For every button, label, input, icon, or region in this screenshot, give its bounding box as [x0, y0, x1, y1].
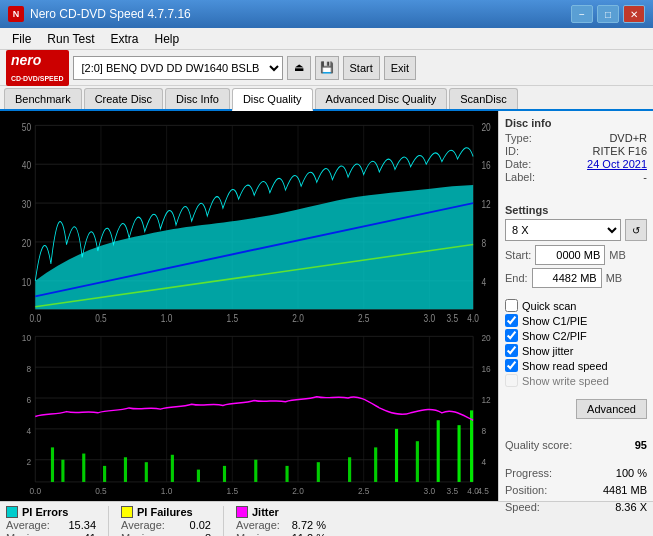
jitter-label: Jitter	[252, 506, 279, 518]
advanced-button[interactable]: Advanced	[576, 399, 647, 419]
start-input[interactable]	[535, 245, 605, 265]
menu-help[interactable]: Help	[147, 30, 188, 48]
title-bar-text: Nero CD-DVD Speed 4.7.7.16	[30, 7, 191, 21]
checkbox-c1pie[interactable]: Show C1/PIE	[505, 314, 647, 327]
svg-rect-60	[254, 460, 257, 482]
c2pif-checkbox[interactable]	[505, 329, 518, 342]
chart-area: 50 40 30 20 10 20 16 12 8 4 0.0 0.5 1.0 …	[0, 111, 498, 501]
svg-rect-65	[395, 429, 398, 482]
checkbox-quick-scan[interactable]: Quick scan	[505, 299, 647, 312]
svg-text:2.5: 2.5	[358, 312, 370, 322]
svg-text:8: 8	[481, 425, 486, 436]
jitter-max-label: Maximum:	[236, 532, 287, 536]
svg-rect-53	[82, 454, 85, 482]
settings-title: Settings	[505, 204, 647, 216]
disc-type-label: Type:	[505, 132, 532, 144]
jitter-checkbox[interactable]	[505, 344, 518, 357]
menu-file[interactable]: File	[4, 30, 39, 48]
svg-text:50: 50	[22, 121, 31, 133]
disc-id-row: ID: RITEK F16	[505, 145, 647, 157]
svg-text:0.5: 0.5	[95, 312, 107, 322]
eject-icon[interactable]: ⏏	[287, 56, 311, 80]
svg-text:16: 16	[481, 159, 490, 171]
svg-rect-66	[416, 441, 419, 482]
end-input[interactable]	[532, 268, 602, 288]
jitter-avg-label: Average:	[236, 519, 280, 531]
write-speed-checkbox	[505, 374, 518, 387]
pi-errors-max-value: 41	[84, 532, 96, 536]
svg-text:10: 10	[22, 333, 31, 344]
exit-button[interactable]: Exit	[384, 56, 416, 80]
c1pie-checkbox[interactable]	[505, 314, 518, 327]
right-panel: Disc info Type: DVD+R ID: RITEK F16 Date…	[498, 111, 653, 501]
app-icon: N	[8, 6, 24, 22]
start-button[interactable]: Start	[343, 56, 380, 80]
svg-text:2.0: 2.0	[292, 312, 304, 322]
pi-errors-color	[6, 506, 18, 518]
checkbox-c2pif[interactable]: Show C2/PIF	[505, 329, 647, 342]
svg-rect-68	[458, 425, 461, 482]
position-value: 4481 MB	[603, 484, 647, 496]
tab-disc-quality[interactable]: Disc Quality	[232, 88, 313, 111]
svg-rect-64	[374, 448, 377, 483]
main-content: 50 40 30 20 10 20 16 12 8 4 0.0 0.5 1.0 …	[0, 111, 653, 501]
drive-select[interactable]: [2:0] BENQ DVD DD DW1640 BSLB	[73, 56, 283, 80]
svg-text:12: 12	[481, 395, 490, 406]
upper-chart: 50 40 30 20 10 20 16 12 8 4 0.0 0.5 1.0 …	[4, 115, 494, 322]
svg-text:40: 40	[22, 159, 31, 171]
disc-label-row: Label: -	[505, 171, 647, 183]
minimize-button[interactable]: −	[571, 5, 593, 23]
svg-rect-67	[437, 421, 440, 483]
read-speed-checkbox[interactable]	[505, 359, 518, 372]
svg-text:1.5: 1.5	[227, 486, 239, 497]
menu-extra[interactable]: Extra	[102, 30, 146, 48]
checkbox-write-speed: Show write speed	[505, 374, 647, 387]
svg-text:0.0: 0.0	[29, 312, 41, 322]
svg-rect-69	[470, 411, 473, 483]
c2pif-label: Show C2/PIF	[522, 330, 587, 342]
pi-failures-max-value: 8	[205, 532, 211, 536]
refresh-icon[interactable]: ↺	[625, 219, 647, 241]
pi-failures-label: PI Failures	[137, 506, 193, 518]
disc-date-label: Date:	[505, 158, 531, 170]
svg-rect-61	[285, 466, 288, 482]
quick-scan-checkbox[interactable]	[505, 299, 518, 312]
tab-scandisc[interactable]: ScanDisc	[449, 88, 517, 109]
svg-rect-54	[103, 466, 106, 482]
checkbox-read-speed[interactable]: Show read speed	[505, 359, 647, 372]
tab-benchmark[interactable]: Benchmark	[4, 88, 82, 109]
svg-rect-52	[61, 460, 64, 482]
close-button[interactable]: ✕	[623, 5, 645, 23]
start-row: Start: MB	[505, 245, 647, 265]
settings-section: Settings 8 X ↺ Start: MB End: MB	[505, 204, 647, 291]
nero-logo: neroCD·DVD/SPEED	[6, 50, 69, 86]
svg-text:3.5: 3.5	[447, 312, 459, 322]
quality-score-row: Quality score: 95	[505, 439, 647, 451]
svg-rect-59	[223, 466, 226, 482]
tab-create-disc[interactable]: Create Disc	[84, 88, 163, 109]
disc-info-section: Disc info Type: DVD+R ID: RITEK F16 Date…	[505, 117, 647, 184]
disc-label-label: Label:	[505, 171, 535, 183]
pi-failures-group: PI Failures Average: 0.02 Maximum: 8 Tot…	[121, 506, 211, 536]
speed-row: 8 X ↺	[505, 219, 647, 241]
menu-run-test[interactable]: Run Test	[39, 30, 102, 48]
svg-text:4.5: 4.5	[477, 486, 489, 497]
svg-rect-56	[145, 462, 148, 482]
pi-errors-group: PI Errors Average: 15.34 Maximum: 41 Tot…	[6, 506, 96, 536]
svg-text:3.0: 3.0	[424, 312, 436, 322]
save-icon[interactable]: 💾	[315, 56, 339, 80]
disc-date-row: Date: 24 Oct 2021	[505, 158, 647, 170]
tab-disc-info[interactable]: Disc Info	[165, 88, 230, 109]
disc-date-value: 24 Oct 2021	[587, 158, 647, 170]
svg-text:20: 20	[481, 333, 490, 344]
svg-text:4: 4	[481, 456, 486, 467]
svg-rect-62	[317, 462, 320, 482]
tab-advanced-disc-quality[interactable]: Advanced Disc Quality	[315, 88, 448, 109]
svg-text:4: 4	[26, 425, 31, 436]
pi-failures-color	[121, 506, 133, 518]
speed-select[interactable]: 8 X	[505, 219, 621, 241]
jitter-avg-value: 8.72 %	[292, 519, 326, 531]
maximize-button[interactable]: □	[597, 5, 619, 23]
svg-text:10: 10	[22, 276, 31, 288]
checkbox-jitter[interactable]: Show jitter	[505, 344, 647, 357]
